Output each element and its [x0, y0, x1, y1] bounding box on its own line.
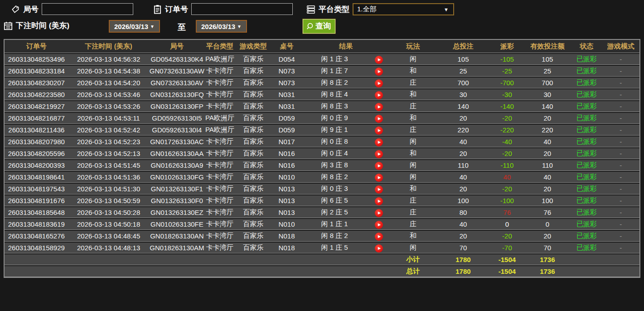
cell-table-no: N018: [272, 242, 301, 253]
cell-platform-type: 卡卡湾厅: [205, 147, 234, 159]
play-icon[interactable]: ▶: [375, 56, 383, 64]
cell-table-no: N031: [272, 88, 301, 100]
cell-status: 已派彩: [571, 112, 602, 124]
date-range-to-label: 至: [178, 22, 186, 33]
tag-icon: [11, 5, 20, 14]
play-icon[interactable]: ▶: [375, 68, 383, 76]
search-button[interactable]: 查询: [303, 19, 335, 34]
cell-replay: ▶: [368, 100, 390, 112]
chevron-down-icon: ▼: [237, 24, 242, 29]
cell-payout: -20: [490, 183, 523, 194]
cell-bet-time: 2026-03-13 04:48:45: [68, 230, 149, 242]
cell-valid-bet: 20: [524, 147, 571, 159]
cell-platform-type: 卡卡湾厅: [205, 77, 234, 88]
cell-play-type: 和: [390, 88, 436, 100]
cell-round-id: GN018263130AN: [149, 230, 205, 242]
cell-payout: -70: [490, 242, 523, 253]
cell-payout: -25: [490, 65, 523, 77]
cell-play-type: 和: [390, 65, 436, 77]
cell-order-id: 260313048183619: [5, 218, 68, 230]
play-icon[interactable]: ▶: [375, 103, 383, 111]
play-icon[interactable]: ▶: [375, 221, 383, 229]
cell-game-mode: -: [602, 53, 639, 65]
play-icon[interactable]: ▶: [375, 185, 383, 194]
date-from-select[interactable]: 2026/03/13 ▼: [109, 20, 160, 33]
cell-play-type: 闲: [390, 171, 436, 183]
table-header: 订单号 下注时间 (美东) 局号 平台类型 游戏类型 桌号 结果 玩法 总投注 …: [5, 40, 639, 53]
cell-total-bet: 80: [436, 206, 491, 218]
cell-play-type: 闲: [390, 159, 436, 171]
play-icon[interactable]: ▶: [375, 126, 383, 135]
cell-platform-type: PA欧洲厅: [205, 112, 234, 124]
header-round-id: 局号: [149, 40, 205, 53]
cell-order-id: 260313048205596: [5, 147, 68, 159]
cell-payout: -40: [490, 136, 523, 147]
cell-play-type: 和: [390, 230, 436, 242]
play-icon[interactable]: ▶: [375, 79, 383, 87]
table-row: 260313048207980 2026-03-13 04:52:23 GN01…: [5, 136, 639, 147]
play-icon[interactable]: ▶: [375, 91, 383, 99]
cell-replay: ▶: [368, 206, 390, 218]
platform-select[interactable]: 1.全部 ▼: [353, 3, 454, 15]
cell-table-no: N018: [272, 230, 301, 242]
cell-order-id: 260313048191676: [5, 194, 68, 206]
play-icon[interactable]: ▶: [375, 115, 383, 123]
cell-game-type: 百家乐: [234, 77, 271, 88]
cell-bet-time: 2026-03-13 04:53:46: [68, 88, 149, 100]
order-filter-group: 订单号: [153, 3, 293, 15]
cell-payout: -220: [490, 124, 523, 136]
cell-play-type: 庄: [390, 218, 436, 230]
header-order-id: 订单号: [5, 40, 68, 53]
cell-game-type: 百家乐: [234, 218, 271, 230]
cell-table-no: D059: [272, 112, 301, 124]
cell-replay: ▶: [368, 124, 390, 136]
cell-replay: ▶: [368, 147, 390, 159]
cell-table-no: N010: [272, 218, 301, 230]
play-icon[interactable]: ▶: [375, 174, 383, 182]
cell-game-mode: -: [602, 183, 639, 194]
date-to-select[interactable]: 2026/03/13 ▼: [196, 20, 247, 33]
cell-replay: ▶: [368, 230, 390, 242]
round-input[interactable]: [42, 3, 133, 15]
order-input[interactable]: [191, 3, 293, 15]
play-icon[interactable]: ▶: [375, 162, 383, 170]
cell-total-bet: 700: [436, 77, 491, 88]
cell-payout: -100: [490, 194, 523, 206]
cell-order-id: 260313048207980: [5, 136, 68, 147]
cell-total-bet: 105: [436, 53, 491, 65]
table-body: 260313048253496 2026-03-13 04:56:32 GD05…: [5, 53, 639, 253]
cell-round-id: GN018263130AM: [149, 242, 205, 253]
play-icon[interactable]: ▶: [375, 233, 383, 241]
play-icon[interactable]: ▶: [375, 209, 383, 217]
cell-table-no: N013: [272, 194, 301, 206]
play-icon[interactable]: ▶: [375, 150, 383, 158]
table-row: 260313048198641 2026-03-13 04:51:36 GN01…: [5, 171, 639, 183]
cell-result: 闲 8 庄 4: [301, 88, 368, 100]
cell-valid-bet: 25: [524, 65, 571, 77]
cell-table-no: N016: [272, 159, 301, 171]
cell-game-type: 百家乐: [234, 112, 271, 124]
subtotal-row: 小计 1780 -1504 1736: [5, 253, 639, 265]
cell-order-id: 260313048185648: [5, 206, 68, 218]
cell-result: 闲 0 庄 3: [301, 183, 368, 194]
table-row: 260313048233184 2026-03-13 04:54:38 GN07…: [5, 65, 639, 77]
cell-replay: ▶: [368, 183, 390, 194]
grand-total-valid-bet: 1736: [524, 265, 571, 277]
cell-replay: ▶: [368, 159, 390, 171]
cell-bet-time: 2026-03-13 04:51:30: [68, 183, 149, 194]
calendar-icon: [4, 21, 13, 30]
cell-table-no: N010: [272, 171, 301, 183]
table-row: 260313048205596 2026-03-13 04:52:13 GN01…: [5, 147, 639, 159]
cell-status: 已派彩: [571, 242, 602, 253]
play-icon[interactable]: ▶: [375, 197, 383, 205]
cell-platform-type: 卡卡湾厅: [205, 65, 234, 77]
cell-platform-type: 卡卡湾厅: [205, 230, 234, 242]
cell-replay: ▶: [368, 218, 390, 230]
cell-table-no: N013: [272, 183, 301, 194]
play-icon[interactable]: ▶: [375, 138, 383, 146]
cell-replay: ▶: [368, 171, 390, 183]
play-icon[interactable]: ▶: [375, 244, 383, 253]
cell-result: 闲 2 庄 5: [301, 206, 368, 218]
table-row: 260313048197543 2026-03-13 04:51:30 GN01…: [5, 183, 639, 194]
cell-payout: -30: [490, 88, 523, 100]
